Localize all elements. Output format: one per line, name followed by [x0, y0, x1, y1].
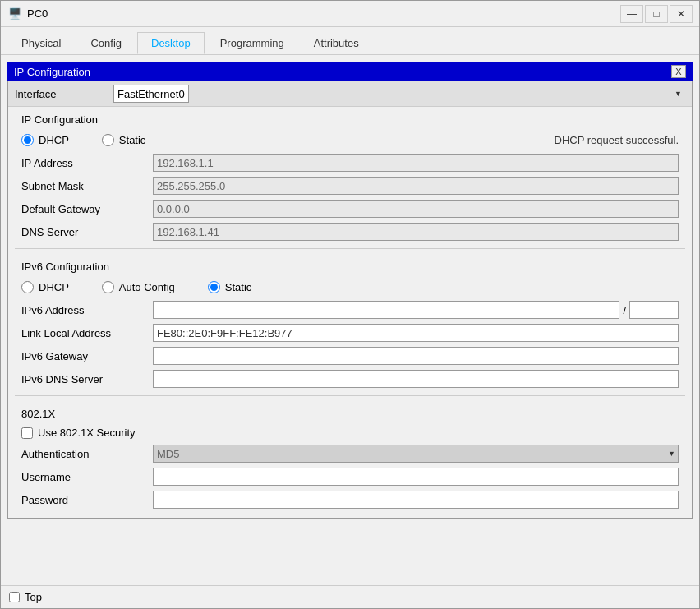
ipv6-address-label: IPv6 Address	[21, 304, 153, 316]
interface-label: Interface	[15, 88, 113, 100]
dhcp-radio-text: DHCP	[39, 134, 69, 146]
dot1x-section-title: 802.1X	[8, 401, 692, 423]
window-title: PC0	[27, 7, 620, 20]
ip-address-input[interactable]	[153, 154, 679, 172]
static-radio-text: Static	[119, 134, 146, 146]
dns-server-row: DNS Server	[8, 220, 692, 243]
ip-config-header: IP Configuration X	[7, 62, 693, 81]
use-security-row: Use 802.1X Security	[8, 423, 692, 442]
close-button[interactable]: ✕	[670, 5, 693, 23]
ipv6-slash: /	[619, 304, 629, 316]
subnet-mask-label: Subnet Mask	[21, 180, 153, 192]
subnet-mask-input[interactable]	[153, 177, 679, 195]
ipv6-dhcp-radio[interactable]	[21, 281, 34, 293]
ipv6-radio-row: DHCP Auto Config Static	[8, 276, 692, 298]
ipv6-prefix-input[interactable]	[629, 301, 679, 319]
tab-config[interactable]: Config	[76, 32, 136, 54]
top-checkbox-row: Top	[9, 591, 42, 603]
minimize-button[interactable]: —	[620, 5, 643, 23]
interface-select-wrapper: FastEthernet0	[113, 85, 685, 103]
dhcp-radio[interactable]	[21, 134, 34, 146]
top-label: Top	[25, 591, 42, 603]
main-window: 🖥️ PC0 — □ ✕ Physical Config Desktop Pro…	[0, 0, 700, 609]
link-local-row: Link Local Address	[8, 321, 692, 344]
password-row: Password	[8, 488, 692, 511]
static-radio-label[interactable]: Static	[102, 134, 146, 146]
link-local-input[interactable]	[153, 324, 679, 342]
default-gateway-input[interactable]	[153, 200, 679, 218]
password-input[interactable]	[153, 491, 679, 509]
ipv4-radio-row: DHCP Static DHCP request successful.	[8, 129, 692, 151]
ipv6-section-title: IPv6 Configuration	[8, 254, 692, 276]
ipv6-auto-radio[interactable]	[102, 281, 114, 293]
default-gateway-label: Default Gateway	[21, 203, 153, 215]
maximize-button[interactable]: □	[645, 5, 668, 23]
ip-config-close-button[interactable]: X	[671, 65, 686, 78]
auth-select-wrapper: MD5	[153, 445, 679, 463]
ipv6-dns-input[interactable]	[153, 370, 679, 388]
tab-attributes[interactable]: Attributes	[300, 32, 373, 54]
ipv6-address-input[interactable]	[153, 301, 619, 319]
tab-programming[interactable]: Programming	[206, 32, 298, 54]
ipv6-dhcp-text: DHCP	[39, 281, 69, 293]
top-checkbox[interactable]	[9, 592, 20, 602]
ipv6-static-radio[interactable]	[208, 281, 220, 293]
title-bar: 🖥️ PC0 — □ ✕	[1, 1, 699, 27]
authentication-select[interactable]: MD5	[153, 445, 679, 463]
interface-row: Interface FastEthernet0	[8, 81, 692, 107]
config-panel: Interface FastEthernet0 IP Configuration…	[7, 81, 693, 519]
ipv6-gateway-input[interactable]	[153, 347, 679, 365]
ipv6-dns-label: IPv6 DNS Server	[21, 373, 153, 385]
authentication-label: Authentication	[21, 448, 153, 460]
tab-bar: Physical Config Desktop Programming Attr…	[1, 27, 699, 55]
title-bar-controls: — □ ✕	[620, 5, 693, 23]
static-radio[interactable]	[102, 134, 114, 146]
tab-desktop[interactable]: Desktop	[137, 32, 205, 54]
default-gateway-row: Default Gateway	[8, 197, 692, 220]
username-row: Username	[8, 465, 692, 488]
separator-1	[15, 248, 685, 249]
password-label: Password	[21, 494, 153, 506]
ip-address-row: IP Address	[8, 151, 692, 174]
dhcp-status: DHCP request successful.	[555, 134, 679, 146]
ipv6-dhcp-radio-label[interactable]: DHCP	[21, 281, 69, 293]
link-local-label: Link Local Address	[21, 327, 153, 339]
bottom-bar: Top	[1, 585, 699, 608]
interface-select[interactable]: FastEthernet0	[113, 85, 189, 103]
ipv4-section-title: IP Configuration	[8, 107, 692, 129]
username-label: Username	[21, 471, 153, 483]
ip-address-label: IP Address	[21, 157, 153, 169]
subnet-mask-row: Subnet Mask	[8, 174, 692, 197]
dhcp-radio-label[interactable]: DHCP	[21, 134, 69, 146]
ipv6-auto-radio-label[interactable]: Auto Config	[102, 281, 175, 293]
authentication-row: Authentication MD5	[8, 442, 692, 465]
dns-server-label: DNS Server	[21, 226, 153, 238]
ipv6-gateway-label: IPv6 Gateway	[21, 350, 153, 362]
ipv6-static-radio-label[interactable]: Static	[208, 281, 252, 293]
ipv6-address-row: IPv6 Address /	[8, 298, 692, 321]
use-security-label: Use 802.1X Security	[38, 427, 136, 439]
tab-physical[interactable]: Physical	[7, 32, 75, 54]
window-icon: 🖥️	[7, 7, 22, 21]
ip-config-title: IP Configuration	[14, 66, 90, 78]
username-input[interactable]	[153, 468, 679, 486]
ipv6-static-text: Static	[225, 281, 252, 293]
use-security-checkbox[interactable]	[21, 427, 33, 439]
ipv6-gateway-row: IPv6 Gateway	[8, 344, 692, 367]
dns-server-input[interactable]	[153, 223, 679, 241]
desktop-content: IP Configuration X Interface FastEtherne…	[1, 55, 699, 585]
ipv6-auto-text: Auto Config	[119, 281, 175, 293]
ipv6-dns-row: IPv6 DNS Server	[8, 367, 692, 390]
separator-2	[15, 395, 685, 396]
